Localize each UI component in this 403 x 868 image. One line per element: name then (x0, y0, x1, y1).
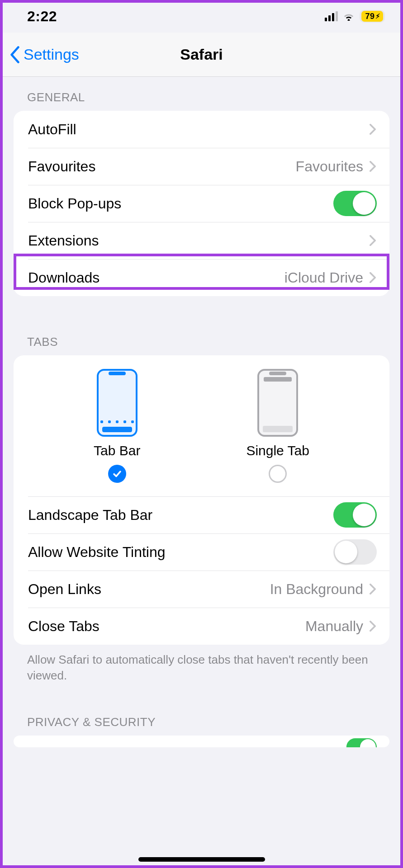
chevron-right-icon (369, 583, 377, 595)
tab-option-singletab[interactable]: Single Tab (246, 369, 309, 483)
chevron-right-icon (369, 620, 377, 632)
status-bar: 2:22 79⚡︎ (0, 0, 403, 33)
tab-layout-options: Tab Bar Single Tab (14, 355, 389, 496)
row-value: Manually (305, 618, 363, 635)
toggle-privacy-peek[interactable] (346, 738, 377, 747)
wifi-icon (342, 11, 355, 21)
row-value: iCloud Drive (284, 269, 363, 286)
chevron-right-icon (369, 160, 377, 173)
section-header-tabs: TABS (0, 296, 403, 355)
nav-header: Settings Safari (0, 33, 403, 77)
chevron-right-icon (369, 234, 377, 247)
tab-option-label: Single Tab (246, 443, 309, 458)
row-block-popups[interactable]: Block Pop-ups (14, 185, 389, 222)
settings-scroll[interactable]: GENERAL AutoFill Favourites Favourites B… (0, 77, 403, 868)
radio-selected-icon (108, 465, 126, 483)
tab-option-tabbar[interactable]: Tab Bar (94, 369, 140, 483)
singletab-preview-icon (257, 369, 298, 437)
status-right: 79⚡︎ (325, 10, 385, 23)
row-label: Landscape Tab Bar (28, 507, 333, 524)
group-privacy-peek (14, 736, 389, 747)
radio-unselected-icon (269, 465, 287, 483)
row-value: Favourites (296, 158, 363, 175)
row-value: In Background (270, 581, 363, 598)
battery-icon: 79⚡︎ (360, 10, 385, 23)
toggle-block-popups[interactable] (333, 191, 377, 216)
row-website-tinting[interactable]: Allow Website Tinting (14, 533, 389, 571)
row-autofill[interactable]: AutoFill (14, 111, 389, 148)
back-label: Settings (24, 46, 79, 63)
row-extensions[interactable]: Extensions (14, 222, 389, 259)
group-general: AutoFill Favourites Favourites Block Pop… (14, 111, 389, 296)
row-label: Favourites (28, 158, 296, 175)
section-header-general: GENERAL (0, 77, 403, 111)
chevron-right-icon (369, 271, 377, 284)
row-open-links[interactable]: Open Links In Background (14, 571, 389, 608)
row-landscape-tabbar[interactable]: Landscape Tab Bar (14, 496, 389, 533)
row-label: Close Tabs (28, 618, 305, 635)
tabbar-preview-icon (97, 369, 137, 437)
cellular-icon (325, 11, 338, 21)
row-label: Downloads (28, 269, 284, 286)
status-time: 2:22 (27, 8, 57, 25)
section-header-privacy: PRIVACY & SECURITY (0, 684, 403, 736)
row-downloads[interactable]: Downloads iCloud Drive (14, 259, 389, 296)
chevron-left-icon (8, 45, 22, 65)
toggle-landscape-tabbar[interactable] (333, 502, 377, 528)
charging-icon: ⚡︎ (375, 12, 381, 20)
tabs-footer-text: Allow Safari to automatically close tabs… (0, 645, 403, 684)
row-label: Extensions (28, 232, 369, 249)
group-tabs: Tab Bar Single Tab Landscape Tab Bar All… (14, 355, 389, 645)
tab-option-label: Tab Bar (94, 443, 140, 458)
back-button[interactable]: Settings (0, 45, 79, 65)
row-label: Open Links (28, 581, 270, 598)
row-label: AutoFill (28, 121, 369, 138)
battery-level: 79 (365, 12, 375, 21)
row-label: Block Pop-ups (28, 195, 333, 212)
home-indicator[interactable] (138, 857, 265, 862)
row-close-tabs[interactable]: Close Tabs Manually (14, 608, 389, 645)
toggle-website-tinting[interactable] (333, 539, 377, 565)
chevron-right-icon (369, 123, 377, 136)
row-favourites[interactable]: Favourites Favourites (14, 148, 389, 185)
row-label: Allow Website Tinting (28, 544, 333, 561)
